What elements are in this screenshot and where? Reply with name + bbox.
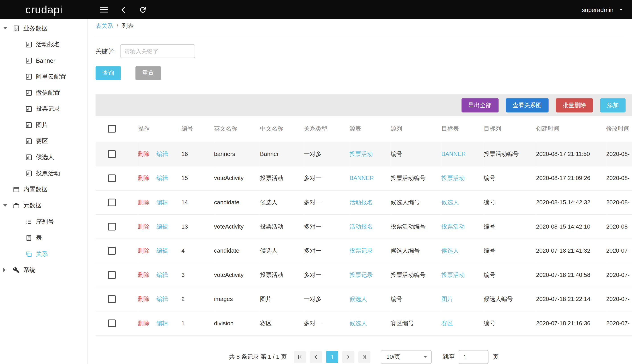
row-checkbox[interactable] bbox=[108, 295, 116, 303]
sidebar-group-system[interactable]: 系统 bbox=[0, 262, 87, 278]
target-table-link[interactable]: BANNER bbox=[441, 142, 484, 166]
select-all-checkbox[interactable] bbox=[108, 125, 116, 132]
user-menu[interactable]: superadmin bbox=[582, 6, 632, 13]
target-table-link[interactable]: 赛区 bbox=[441, 311, 484, 335]
row-checkbox[interactable] bbox=[108, 222, 116, 230]
delete-link[interactable]: 删除 bbox=[138, 175, 150, 181]
chart-icon bbox=[26, 138, 32, 144]
expand-right-icon[interactable] bbox=[3, 268, 7, 272]
source-table-link[interactable]: 投票活动 bbox=[349, 142, 390, 166]
edit-link[interactable]: 编辑 bbox=[157, 296, 168, 302]
sidebar-item-wechat-config[interactable]: 微信配置 bbox=[0, 85, 87, 101]
source-table-link[interactable]: 候选人 bbox=[349, 311, 390, 335]
first-page-button[interactable] bbox=[294, 351, 306, 363]
breadcrumb-link-table-relations[interactable]: 表关系 bbox=[96, 22, 113, 30]
edit-link[interactable]: 编辑 bbox=[157, 320, 168, 326]
delete-link[interactable]: 删除 bbox=[138, 320, 150, 326]
row-checkbox[interactable] bbox=[108, 198, 116, 206]
target-table-link[interactable]: 投票活动 bbox=[441, 166, 484, 190]
edit-link[interactable]: 编辑 bbox=[157, 150, 168, 157]
edit-link[interactable]: 编辑 bbox=[157, 199, 168, 206]
sidebar-item-banner[interactable]: Banner bbox=[0, 52, 87, 68]
refresh-button[interactable] bbox=[138, 5, 148, 14]
menu-toggle-button[interactable] bbox=[99, 5, 109, 14]
sidebar-item-activity-signup[interactable]: 活动报名 bbox=[0, 36, 87, 52]
chart-icon bbox=[26, 89, 32, 96]
sidebar-group-business-data[interactable]: 业务数据 bbox=[0, 20, 87, 36]
next-page-button[interactable] bbox=[342, 351, 354, 363]
delete-link[interactable]: 删除 bbox=[138, 247, 150, 254]
export-all-button[interactable]: 导出全部 bbox=[461, 98, 498, 112]
row-checkbox[interactable] bbox=[108, 319, 116, 327]
source-table-link[interactable]: 活动报名 bbox=[349, 190, 390, 214]
col-created: 创建时间 bbox=[536, 116, 606, 142]
edit-link[interactable]: 编辑 bbox=[157, 223, 168, 230]
target-table-link[interactable]: 候选人 bbox=[441, 190, 484, 214]
col-actions: 操作 bbox=[138, 116, 181, 142]
target-table-link[interactable]: 候选人 bbox=[441, 238, 484, 263]
edit-link[interactable]: 编辑 bbox=[157, 175, 168, 181]
source-table-link[interactable]: 投票记录 bbox=[349, 263, 390, 287]
delete-link[interactable]: 删除 bbox=[138, 271, 150, 278]
edit-link[interactable]: 编辑 bbox=[157, 271, 168, 278]
source-table-link[interactable]: 活动报名 bbox=[349, 214, 390, 238]
cell-rel-type: 一对多 bbox=[304, 287, 349, 311]
jump-page-input[interactable] bbox=[459, 350, 489, 364]
reset-button[interactable]: 重置 bbox=[136, 66, 161, 80]
source-table-link[interactable]: 投票记录 bbox=[349, 238, 390, 263]
cell-created: 2020-07-18 21:22:14 bbox=[536, 287, 606, 311]
delete-link[interactable]: 删除 bbox=[138, 199, 150, 206]
sidebar-item-division[interactable]: 赛区 bbox=[0, 133, 87, 149]
table-scroll-area: 操作 编号 英文名称 中文名称 关系类型 源表 源列 目标表 目标列 创建时间 … bbox=[96, 116, 632, 336]
row-checkbox[interactable] bbox=[108, 271, 116, 278]
table-toolbar: 导出全部 查看关系图 批量删除 添加 bbox=[96, 94, 632, 116]
briefcase-icon bbox=[13, 202, 20, 209]
target-table-link[interactable]: 投票活动 bbox=[441, 214, 484, 238]
row-checkbox[interactable] bbox=[108, 174, 116, 182]
sidebar-group-builtin-data[interactable]: 内置数据 bbox=[0, 181, 87, 197]
expand-down-icon[interactable] bbox=[3, 204, 7, 207]
sidebar-group-metadata[interactable]: 元数据 bbox=[0, 197, 87, 214]
cell-modified: 2020-08- bbox=[606, 142, 632, 166]
caret-down-icon bbox=[422, 353, 429, 360]
keyword-input[interactable] bbox=[120, 44, 195, 58]
prev-page-button[interactable] bbox=[310, 351, 322, 363]
sidebar-item-sequence-number[interactable]: 序列号 bbox=[0, 214, 87, 230]
expand-down-icon[interactable] bbox=[3, 27, 7, 30]
sidebar-item-vote-record[interactable]: 投票记录 bbox=[0, 101, 87, 117]
sidebar-item-aliyun-config[interactable]: 阿里云配置 bbox=[0, 68, 87, 84]
cell-created: 2020-08-17 21:11:50 bbox=[536, 142, 606, 166]
per-page-select[interactable]: 10/页 bbox=[381, 350, 432, 364]
view-relation-diagram-button[interactable]: 查看关系图 bbox=[506, 98, 549, 112]
cell-id: 2 bbox=[181, 287, 214, 311]
batch-delete-button[interactable]: 批量删除 bbox=[556, 98, 593, 112]
sidebar-item-relation[interactable]: 关系 bbox=[0, 246, 87, 262]
last-page-button[interactable] bbox=[359, 351, 371, 363]
edit-link[interactable]: 编辑 bbox=[157, 247, 168, 254]
delete-link[interactable]: 删除 bbox=[138, 150, 150, 157]
search-button[interactable]: 查询 bbox=[96, 66, 121, 80]
chart-icon bbox=[26, 154, 32, 160]
sidebar-item-candidate[interactable]: 候选人 bbox=[0, 149, 87, 165]
sidebar-item-vote-activity[interactable]: 投票活动 bbox=[0, 165, 87, 181]
cell-target-col: 投票活动编号 bbox=[484, 142, 536, 166]
page-number-button[interactable]: 1 bbox=[326, 351, 338, 363]
source-table-link[interactable]: 候选人 bbox=[349, 287, 390, 311]
table-row: 删除 编辑 15 voteActivity 投票活动 多对一 BANNER 投票… bbox=[96, 166, 632, 190]
row-checkbox[interactable] bbox=[108, 150, 116, 158]
source-table-link[interactable]: BANNER bbox=[349, 166, 390, 190]
sidebar-item-image[interactable]: 图片 bbox=[0, 117, 87, 133]
cell-id: 16 bbox=[181, 142, 214, 166]
chart-icon bbox=[26, 105, 32, 112]
target-table-link[interactable]: 投票活动 bbox=[441, 263, 484, 287]
target-table-link[interactable]: 图片 bbox=[441, 287, 484, 311]
cell-en-name: division bbox=[214, 311, 260, 335]
row-checkbox[interactable] bbox=[108, 247, 116, 254]
sidebar-item-table[interactable]: 表 bbox=[0, 230, 87, 246]
delete-link[interactable]: 删除 bbox=[138, 296, 150, 302]
add-button[interactable]: 添加 bbox=[600, 98, 625, 112]
table-row: 删除 编辑 14 candidate 候选人 多对一 活动报名 候选人编号 候选… bbox=[96, 190, 632, 214]
back-button[interactable] bbox=[119, 5, 128, 14]
delete-link[interactable]: 删除 bbox=[138, 223, 150, 230]
col-en-name: 英文名称 bbox=[214, 116, 260, 142]
